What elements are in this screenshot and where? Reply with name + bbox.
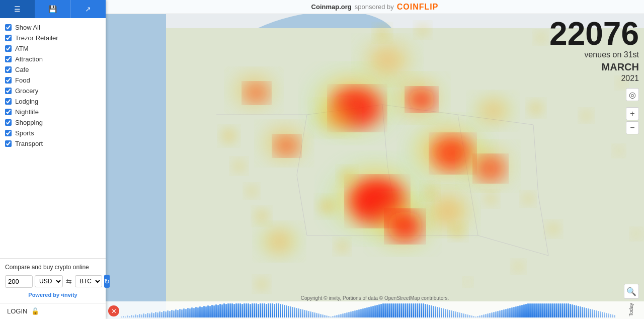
timeline-bar: ✕ Today [106,301,644,319]
converter-title: Compare and buy crypto online [5,264,101,271]
checkbox-show-all[interactable] [5,24,12,31]
login-icon: 🔓 [31,307,39,315]
stats-number: 22076 [549,18,639,50]
locate-button[interactable]: ◎ [626,88,639,101]
converter-section: Compare and buy crypto online USD EUR GB… [0,258,106,303]
zoom-in-icon: + [630,109,634,118]
timeline-bars [121,303,629,317]
sponsored-by-text: sponsored by [355,3,394,11]
powered-by-brand[interactable]: •invity [61,292,77,298]
map-header: Coinmap.org sponsored by COINFLIP [106,0,644,14]
filter-section: Show All Trezor Retailer ATM Attraction … [0,18,106,258]
filter-transport[interactable]: Transport [5,138,101,149]
checkbox-nightlife[interactable] [5,109,12,115]
sidebar: ☰ 💾 ↗ Show All Trezor Retailer ATM Attra… [0,0,106,319]
login-bar[interactable]: LOGIN 🔓 [0,303,106,319]
stats-line2: MARCH [549,60,639,73]
search-bottom-button[interactable]: 🔍 [624,284,639,299]
timeline-close-button[interactable]: ✕ [108,305,119,316]
checkbox-atm[interactable] [5,45,12,52]
filter-tab[interactable]: ☰ [0,0,35,18]
checkbox-transport[interactable] [5,140,12,147]
refresh-icon: ↻ [104,278,110,285]
stats-label: venues on 31st MARCH 2021 [549,50,639,84]
filter-shopping[interactable]: Shopping [5,117,101,128]
filter-attraction-label: Attraction [15,55,43,63]
converter-row: USD EUR GBP ⇆ BTC ETH LTC ↻ [5,275,101,288]
filter-cafe[interactable]: Cafe [5,64,101,75]
filter-trezor-retailer[interactable]: Trezor Retailer [5,33,101,43]
converter-go-button[interactable]: ↻ [104,275,110,288]
filter-show-all-label: Show All [15,24,40,31]
share-icon: ↗ [85,5,91,13]
filter-grocery[interactable]: Grocery [5,86,101,96]
zoom-out-button[interactable]: − [626,121,639,134]
checkbox-food[interactable] [5,77,12,84]
save-tab[interactable]: 💾 [35,0,70,18]
filter-cafe-label: Cafe [15,66,29,73]
zoom-out-icon: − [630,123,634,132]
checkbox-trezor-retailer[interactable] [5,35,12,41]
to-currency-select[interactable]: BTC ETH LTC [75,275,102,287]
filter-icon: ☰ [14,5,21,13]
locate-icon: ◎ [629,90,636,100]
filter-transport-label: Transport [15,140,43,147]
filter-atm-label: ATM [15,45,28,52]
filter-lodging-label: Lodging [15,98,38,105]
checkbox-cafe[interactable] [5,66,12,73]
share-tab[interactable]: ↗ [71,0,106,18]
map-area[interactable]: Coinmap.org sponsored by COINFLIP [106,0,644,319]
filter-trezor-retailer-label: Trezor Retailer [15,34,58,42]
filter-attraction[interactable]: Attraction [5,54,101,64]
search-icon: 🔍 [626,287,636,296]
converter-amount-input[interactable] [5,275,33,288]
checkbox-grocery[interactable] [5,88,12,94]
filter-atm[interactable]: ATM [5,43,101,54]
timeline-today-label: Today [628,303,634,316]
checkbox-sports[interactable] [5,130,12,136]
filter-food[interactable]: Food [5,75,101,86]
filter-nightlife-label: Nightlife [15,108,39,116]
stats-line3: 2021 [549,73,639,84]
sidebar-toolbar: ☰ 💾 ↗ [0,0,106,18]
filter-lodging[interactable]: Lodging [5,96,101,107]
filter-food-label: Food [15,76,30,84]
from-currency-select[interactable]: USD EUR GBP [35,275,63,287]
checkbox-attraction[interactable] [5,56,12,62]
coinmap-logo: Coinmap.org [311,3,352,11]
filter-grocery-label: Grocery [15,87,38,95]
powered-by: Powered by •invity [5,292,101,298]
checkbox-lodging[interactable] [5,98,12,105]
swap-icon[interactable]: ⇆ [65,276,73,286]
checkbox-shopping[interactable] [5,119,12,126]
filter-sports-label: Sports [15,129,34,137]
powered-by-text: Powered by [28,292,59,298]
map-controls: ◎ + − [626,88,639,134]
filter-sports[interactable]: Sports [5,128,101,138]
save-icon: 💾 [48,5,57,13]
filter-nightlife[interactable]: Nightlife [5,107,101,117]
zoom-in-button[interactable]: + [626,107,639,120]
filter-show-all[interactable]: Show All [5,22,101,33]
stats-overlay: 22076 venues on 31st MARCH 2021 [549,18,639,84]
coinflip-logo[interactable]: COINFLIP [397,3,439,12]
close-icon: ✕ [111,307,117,315]
copyright-text: Copyright © invity, Portions of data © O… [301,295,449,301]
filter-shopping-label: Shopping [15,119,43,126]
login-label: LOGIN [7,307,27,315]
